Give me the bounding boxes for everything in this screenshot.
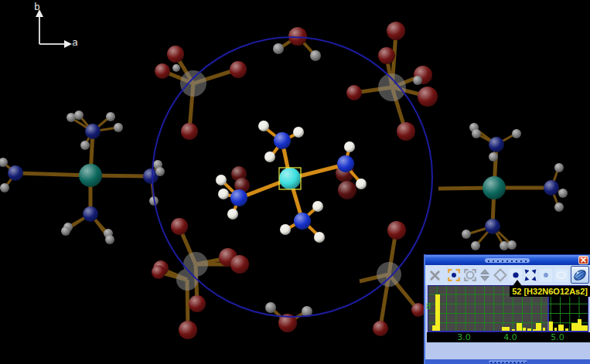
tooltip-arrow-icon [513,280,522,286]
close-button[interactable] [578,256,588,264]
titlebar-grip-dots[interactable] [485,258,530,263]
formula-tooltip-text: 52 [H32N6O12As2] [512,287,588,296]
x-tick-label: 4.0 [503,332,517,342]
axis-indicator: b a [0,0,93,58]
diamond-icon[interactable] [493,268,507,282]
ellipsoid-style-button[interactable] [571,266,589,284]
window-footer [425,342,590,359]
x-tick-label: 5.0 [551,332,564,342]
x-tick-label: 3.0 [457,332,471,342]
ellipse-style-icon[interactable] [554,268,568,282]
ellipsoid-icon [571,267,588,283]
histogram-window: 8 52 [H32N6O12As2] 3.04.05.0 [424,254,590,364]
window-titlebar[interactable] [425,254,590,265]
axis-a-label: a [72,36,78,48]
small-ball-style-icon[interactable] [539,268,553,282]
axis-b-line [39,16,40,44]
clear-x-icon[interactable] [428,268,442,282]
close-icon [580,257,587,264]
circle-crosshair-icon[interactable] [463,268,477,282]
center-crosshair-icon[interactable] [447,268,461,282]
axis-a-line [39,43,64,45]
axis-a-arrow-icon [64,40,72,48]
axis-b-label: b [34,1,40,12]
formula-tooltip: 52 [H32N6O12As2] [510,286,590,297]
viewport: b a [0,0,590,364]
bottom-grip-dots[interactable] [489,360,527,363]
x-axis: 3.04.05.0 [427,332,590,342]
y-axis-label: 8 [426,302,431,311]
toolbar [425,265,590,285]
expand-arrows-icon[interactable] [523,268,537,282]
updown-arrows-icon[interactable] [478,268,492,282]
